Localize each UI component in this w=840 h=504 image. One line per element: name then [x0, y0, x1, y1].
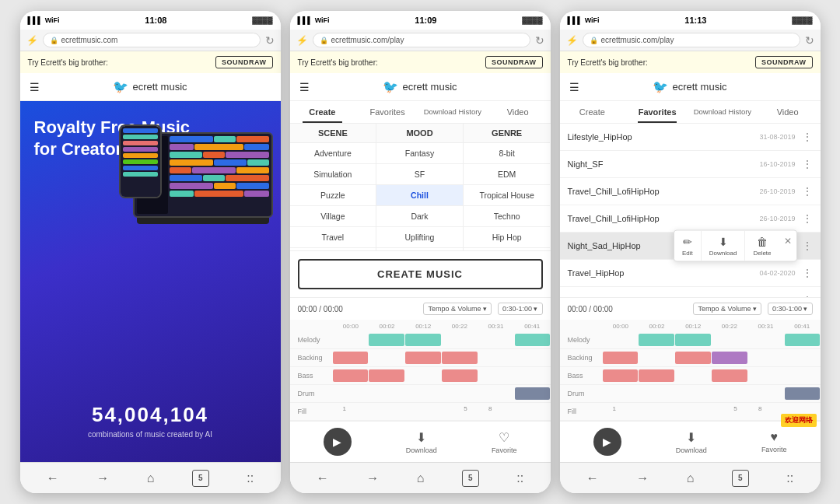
fav-date-6: 04-02-2020 — [759, 269, 795, 277]
forward-button-2[interactable]: → — [366, 471, 379, 485]
mood-fantasy[interactable]: Fantasy — [376, 143, 463, 164]
mood-uplifting[interactable]: Uplifting — [376, 227, 463, 248]
soundraw-button-2[interactable]: SOUNDRAW — [485, 56, 543, 68]
genre-tropical[interactable]: Tropical House — [464, 185, 551, 206]
time-display-1: 11:08 — [145, 16, 166, 25]
mood-chill[interactable]: Chill — [376, 185, 463, 206]
timeline-header-2: 00:00 00:02 00:12 00:22 00:31 00:41 — [290, 321, 551, 331]
favorite-action-3[interactable]: ♥ Favorite — [761, 430, 787, 453]
forward-button-3[interactable]: → — [636, 471, 649, 485]
favorites-list: Lifestyle_HipHop 31-08-2019 ⋮ Night_SF 1… — [560, 124, 821, 297]
back-button-1[interactable]: ← — [47, 471, 59, 485]
fav-menu-5[interactable]: ⋮ — [802, 240, 813, 252]
refresh-icon-3[interactable]: ↻ — [805, 34, 814, 47]
tabs-count-2[interactable]: 5 — [462, 470, 479, 487]
tempo-button-2[interactable]: Tempo & Volume ▾ — [423, 303, 492, 315]
lightning-icon-2: ⚡ — [296, 35, 308, 46]
heart-icon-2: ♡ — [499, 430, 509, 445]
tempo-button-3[interactable]: Tempo & Volume ▾ — [693, 303, 761, 315]
home-button-1[interactable]: ⌂ — [147, 471, 155, 485]
timeline-section-2: 00:00 00:02 00:12 00:22 00:31 00:41 Melo… — [290, 320, 551, 421]
refresh-icon[interactable]: ↻ — [265, 34, 275, 47]
genre-hiphop[interactable]: Hip Hop — [464, 227, 551, 248]
back-button-3[interactable]: ← — [586, 471, 599, 485]
counter-subtitle: combinations of music created by AI — [20, 430, 281, 439]
tab-favorites-2[interactable]: Favorites — [355, 101, 420, 123]
mood-sf[interactable]: SF — [376, 164, 463, 185]
track-drum-2: Drum — [290, 385, 551, 403]
url-bar-3[interactable]: 🔒 ecrettmusic.com/play — [583, 33, 800, 47]
dropdown-delete[interactable]: 🗑 Delete — [745, 231, 779, 261]
fav-menu-1[interactable]: ⋮ — [802, 131, 813, 143]
scene-puzzle[interactable]: Puzzle — [290, 185, 376, 206]
grid-button-3[interactable]: :: — [786, 471, 793, 485]
promo-bar-1: Try Ecrett's big brother: SOUNDRAW — [20, 51, 281, 73]
battery-icon-2: ▓▓▓▓ — [522, 16, 542, 24]
range-button-2[interactable]: 0:30-1:00 ▾ — [498, 303, 543, 315]
bottom-nav-2: ← → ⌂ 5 :: — [290, 462, 551, 493]
tabs-count-3[interactable]: 5 — [732, 470, 749, 487]
wifi-icon-3: WiFi — [585, 16, 600, 24]
scene-travel[interactable]: Travel — [290, 227, 376, 248]
grid-button-2[interactable]: :: — [516, 471, 523, 485]
scene-village[interactable]: Village — [290, 206, 376, 227]
url-bar-1[interactable]: 🔒 ecrettmusic.com — [43, 33, 261, 47]
brand-name-3: ecrett music — [672, 81, 726, 93]
tab-download-2[interactable]: Download History — [420, 101, 485, 123]
tab-download-3[interactable]: Download History — [690, 101, 755, 123]
fav-name-4: Travel_Chill_LofiHipHop — [568, 214, 760, 223]
scene-adventure[interactable]: Adventure — [290, 143, 376, 164]
download-action-2[interactable]: ⬇ Download — [406, 430, 437, 454]
phone-1: ▌▌▌ WiFi 11:08 ▓▓▓▓ ⚡ 🔒 ecrettmusic.com … — [20, 11, 281, 493]
soundraw-button-3[interactable]: SOUNDRAW — [755, 56, 813, 68]
status-bar-1: ▌▌▌ WiFi 11:08 ▓▓▓▓ — [20, 11, 281, 30]
tab-favorites-3[interactable]: Favorites — [625, 101, 690, 123]
tab-video-3[interactable]: Video — [755, 101, 821, 123]
track-melody-3: Melody — [560, 331, 821, 349]
home-button-2[interactable]: ⌂ — [417, 471, 425, 485]
scene-column: SCENE Adventure Simulation Puzzle Villag… — [290, 124, 377, 250]
fav-menu-4[interactable]: ⋮ — [802, 212, 813, 225]
url-bar-2[interactable]: 🔒 ecrettmusic.com/play — [313, 33, 530, 47]
dropdown-edit[interactable]: ✏ Edit — [674, 231, 702, 261]
mood-dark[interactable]: Dark — [376, 206, 463, 227]
genre-8bit[interactable]: 8-bit — [464, 143, 551, 164]
play-button-2[interactable]: ▶ — [324, 428, 352, 456]
lock-icon-2: 🔒 — [320, 37, 328, 44]
create-music-button[interactable]: CREATE MUSIC — [298, 259, 543, 289]
favorite-action-2[interactable]: ♡ Favorite — [492, 430, 517, 454]
hamburger-icon[interactable]: ☰ — [30, 81, 40, 93]
home-button-3[interactable]: ⌂ — [687, 471, 695, 485]
fav-name-1: Lifestyle_HipHop — [568, 132, 760, 142]
genre-techno[interactable]: Techno — [464, 206, 551, 227]
range-button-3[interactable]: 0:30-1:00 ▾ — [768, 303, 813, 315]
bird-icon-2: 🐦 — [383, 79, 398, 94]
tab-create-2[interactable]: Create — [290, 101, 355, 123]
battery-icon-3: ▓▓▓▓ — [792, 16, 812, 24]
fav-menu-3[interactable]: ⋮ — [802, 185, 813, 198]
bird-icon: 🐦 — [113, 79, 128, 94]
tab-create-3[interactable]: Create — [560, 101, 625, 123]
download-action-3[interactable]: ⬇ Download — [676, 430, 707, 454]
tab-video-2[interactable]: Video — [485, 101, 551, 123]
scene-simulation[interactable]: Simulation — [290, 164, 376, 185]
genre-edm[interactable]: EDM — [464, 164, 551, 185]
dropdown-download[interactable]: ⬇ Download — [702, 231, 746, 261]
fav-menu-7[interactable]: ⋮ — [802, 294, 813, 297]
track-backing-2: Backing — [290, 349, 551, 367]
refresh-icon-2[interactable]: ↻ — [535, 34, 544, 47]
soundraw-button-1[interactable]: SOUNDRAW — [215, 56, 273, 68]
fav-menu-6[interactable]: ⋮ — [802, 267, 813, 279]
dropdown-close-icon[interactable]: ✕ — [779, 231, 796, 251]
hamburger-icon-2[interactable]: ☰ — [299, 81, 310, 93]
hamburger-icon-3[interactable]: ☰ — [569, 81, 579, 93]
tabs-count-1[interactable]: 5 — [192, 470, 209, 487]
app-header-3: ☰ 🐦 ecrett music — [560, 73, 821, 101]
back-button-2[interactable]: ← — [317, 471, 329, 485]
forward-button-1[interactable]: → — [96, 471, 109, 485]
download-icon-4: ⬇ — [686, 430, 696, 445]
play-button-3[interactable]: ▶ — [593, 428, 621, 456]
brand-logo-1: 🐦 ecrett music — [113, 79, 187, 94]
grid-button-1[interactable]: :: — [247, 471, 254, 485]
fav-menu-2[interactable]: ⋮ — [802, 158, 813, 170]
